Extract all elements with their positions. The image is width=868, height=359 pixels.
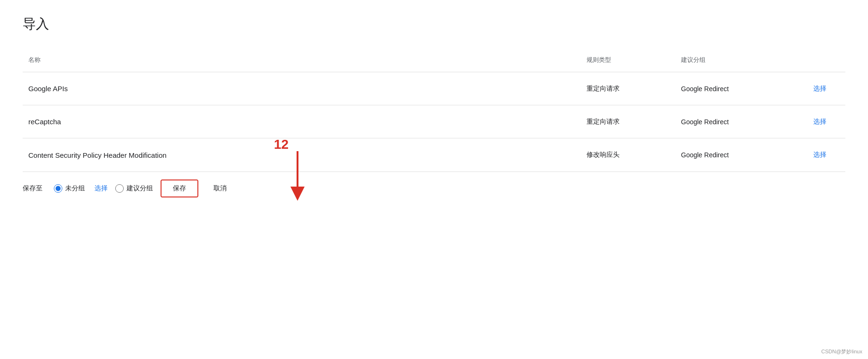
save-button-border: 保存 — [161, 180, 198, 197]
suggested-group-radio-group: 建议分组 — [115, 184, 153, 193]
row-2-rule-type: 重定向请求 — [581, 110, 675, 134]
ungrouped-label: 未分组 — [65, 184, 85, 193]
footer-select-link[interactable]: 选择 — [94, 184, 108, 193]
table-row: reCaptcha 重定向请求 Google Redirect 选择 — [23, 105, 845, 138]
row-3-select-link[interactable]: 选择 — [813, 151, 826, 158]
row-2-suggested-group: Google Redirect — [675, 111, 808, 133]
header-suggested-group: 建议分组 — [675, 52, 808, 68]
row-3-suggested-group: Google Redirect — [675, 144, 808, 166]
row-3-rule-type: 修改响应头 — [581, 143, 675, 167]
row-2-select-cell: 选择 — [808, 110, 845, 134]
ungrouped-radio-group: 未分组 — [54, 184, 85, 193]
row-1-suggested-group: Google Redirect — [675, 77, 808, 100]
row-2-select-link[interactable]: 选择 — [813, 118, 826, 125]
footer-bar: 保存至 未分组 选择 建议分组 保存 取消 — [23, 171, 845, 205]
row-1-select-link[interactable]: 选择 — [813, 85, 826, 92]
row-1-name: Google APIs — [23, 77, 581, 100]
row-1-select-cell: 选择 — [808, 77, 845, 101]
row-3-name: Content Security Policy Header Modificat… — [23, 144, 581, 167]
row-1-rule-type: 重定向请求 — [581, 77, 675, 101]
ungrouped-radio[interactable] — [54, 184, 62, 193]
header-action — [808, 52, 845, 68]
import-table: 名称 规则类型 建议分组 Google APIs 重定向请求 Google Re… — [23, 48, 845, 171]
table-header: 名称 规则类型 建议分组 — [23, 48, 845, 72]
save-to-label: 保存至 — [23, 184, 43, 193]
row-3-select-cell: 选择 — [808, 143, 845, 167]
table-row: Content Security Policy Header Modificat… — [23, 138, 845, 171]
page-container: 导入 名称 规则类型 建议分组 Google APIs 重定向请求 Google… — [0, 0, 868, 359]
save-button[interactable]: 保存 — [162, 180, 197, 197]
page-title: 导入 — [23, 15, 845, 33]
suggested-group-footer-label: 建议分组 — [127, 184, 153, 193]
cancel-button[interactable]: 取消 — [206, 180, 234, 197]
header-name: 名称 — [23, 52, 581, 68]
suggested-group-radio[interactable] — [115, 184, 124, 193]
header-rule-type: 规则类型 — [581, 52, 675, 68]
watermark: CSDN@梦妙linux — [821, 348, 862, 355]
table-row: Google APIs 重定向请求 Google Redirect 选择 — [23, 72, 845, 105]
row-2-name: reCaptcha — [23, 110, 581, 133]
